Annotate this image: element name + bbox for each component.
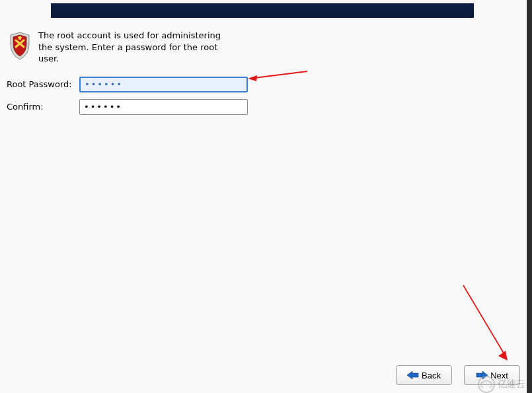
root-password-label: Root Password: <box>7 79 79 89</box>
intro-row: The root account is used for administeri… <box>7 30 248 65</box>
annotation-arrow-next <box>459 283 512 362</box>
svg-rect-1 <box>18 37 22 38</box>
watermark-text: 亿速云 <box>498 378 525 390</box>
back-button-label: Back <box>422 371 441 380</box>
svg-marker-6 <box>407 371 418 379</box>
svg-line-2 <box>254 71 307 78</box>
root-password-input[interactable] <box>79 77 248 92</box>
shield-icon <box>7 31 33 61</box>
header-banner <box>51 3 474 18</box>
back-button[interactable]: Back <box>396 365 452 385</box>
svg-marker-3 <box>248 75 257 81</box>
right-decorative-bar <box>527 0 532 393</box>
watermark-logo-icon <box>478 376 495 393</box>
intro-text: The root account is used for administeri… <box>38 30 230 65</box>
main-content: The root account is used for administeri… <box>7 30 248 122</box>
svg-line-4 <box>463 285 504 354</box>
confirm-password-input[interactable] <box>79 99 248 115</box>
arrow-left-icon <box>407 371 419 380</box>
root-password-row: Root Password: <box>7 77 248 92</box>
confirm-row: Confirm: <box>7 99 248 115</box>
confirm-label: Confirm: <box>7 102 79 112</box>
annotation-arrow-password <box>248 69 309 85</box>
watermark: 亿速云 <box>478 376 525 393</box>
